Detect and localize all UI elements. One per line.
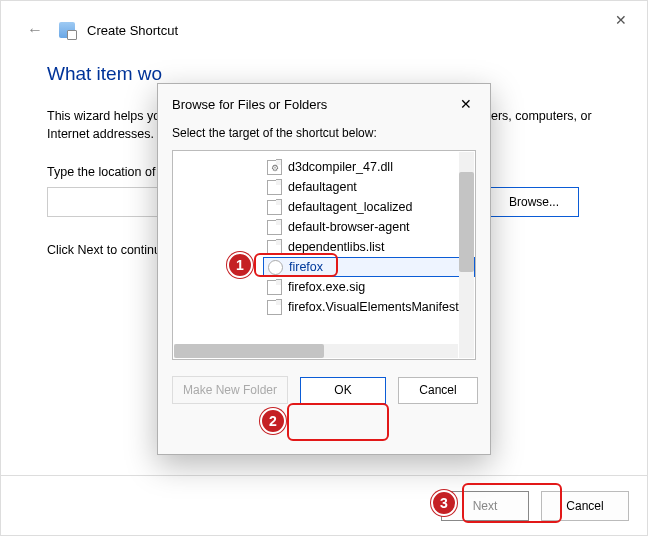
annotation-badge-3: 3 [431, 490, 457, 516]
file-tree[interactable]: d3dcompiler_47.dlldefaultagentdefaultage… [172, 150, 476, 360]
file-icon [267, 240, 282, 255]
vertical-scrollbar[interactable] [459, 152, 474, 358]
firefox-icon [268, 260, 283, 275]
exe-icon [267, 220, 282, 235]
annotation-badge-2: 2 [260, 408, 286, 434]
browse-dialog: Browse for Files or Folders ✕ Select the… [157, 83, 491, 455]
tree-item[interactable]: firefox.VisualElementsManifest [263, 297, 475, 317]
dialog-instruction: Select the target of the shortcut below: [158, 120, 490, 150]
tree-item-label: firefox.exe.sig [288, 280, 365, 294]
cancel-button[interactable]: Cancel [541, 491, 629, 521]
tree-item-label: default-browser-agent [288, 220, 410, 234]
browse-button[interactable]: Browse... [489, 187, 579, 217]
file-icon [267, 280, 282, 295]
tree-item[interactable]: firefox [263, 257, 475, 277]
file-icon [267, 180, 282, 195]
page-heading: What item wo [47, 63, 601, 85]
tree-item-label: defaultagent [288, 180, 357, 194]
tree-item[interactable]: dependentlibs.list [263, 237, 475, 257]
hscroll-thumb[interactable] [174, 344, 324, 358]
make-new-folder-button: Make New Folder [172, 376, 288, 404]
dialog-cancel-button[interactable]: Cancel [398, 377, 478, 404]
ok-button[interactable]: OK [300, 377, 386, 404]
tree-item[interactable]: default-browser-agent [263, 217, 475, 237]
tree-item-label: dependentlibs.list [288, 240, 385, 254]
dialog-title: Browse for Files or Folders [172, 97, 327, 112]
tree-item-label: firefox.VisualElementsManifest [288, 300, 459, 314]
dialog-close-icon[interactable]: ✕ [454, 94, 478, 114]
tree-item-label: d3dcompiler_47.dll [288, 160, 393, 174]
window-title: Create Shortcut [87, 23, 178, 38]
file-icon [267, 200, 282, 215]
tree-item[interactable]: defaultagent [263, 177, 475, 197]
tree-item[interactable]: firefox.exe.sig [263, 277, 475, 297]
gear-icon [267, 160, 282, 175]
tree-item-label: firefox [289, 260, 323, 274]
close-icon[interactable]: ✕ [609, 9, 633, 33]
scroll-thumb[interactable] [459, 172, 474, 272]
shortcut-icon [59, 22, 75, 38]
tree-item-label: defaultagent_localized [288, 200, 412, 214]
horizontal-scrollbar[interactable] [174, 344, 458, 358]
tree-item[interactable]: defaultagent_localized [263, 197, 475, 217]
back-arrow-icon[interactable]: ← [23, 21, 47, 39]
tree-item[interactable]: d3dcompiler_47.dll [263, 157, 475, 177]
file-icon [267, 300, 282, 315]
annotation-badge-1: 1 [227, 252, 253, 278]
